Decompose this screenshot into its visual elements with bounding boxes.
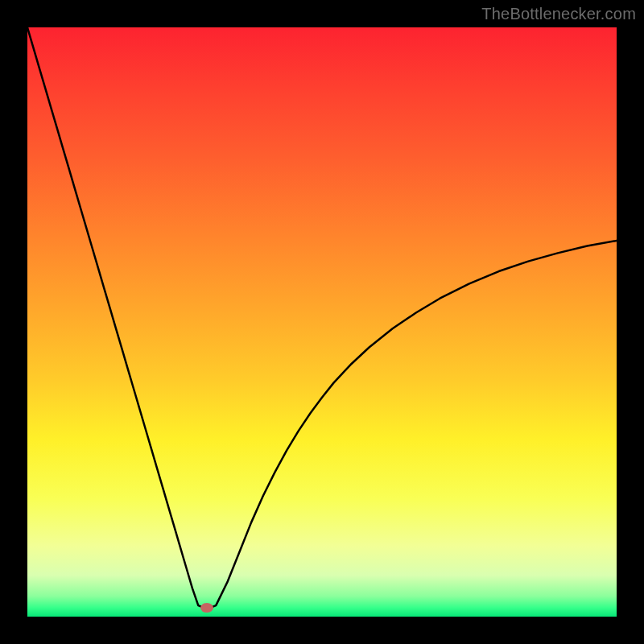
gradient-background: [27, 27, 617, 617]
chart-frame: TheBottlenecker.com: [0, 0, 644, 644]
bottleneck-marker: [200, 603, 213, 613]
plot-area: [27, 27, 617, 617]
bottleneck-curve: [27, 27, 617, 617]
attribution-label: TheBottlenecker.com: [481, 5, 636, 23]
